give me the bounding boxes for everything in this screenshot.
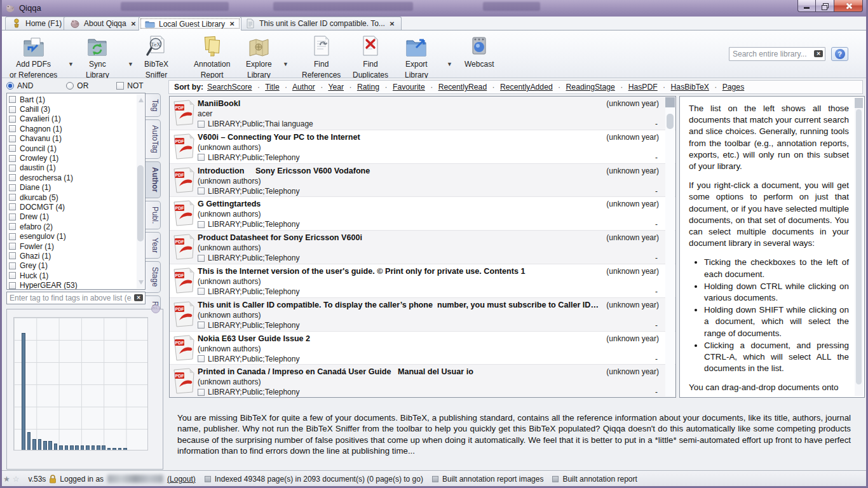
tag-list-item[interactable]: HyperGEAR (53): [9, 280, 136, 290]
document-checkbox[interactable]: [198, 389, 205, 396]
scroll-up-icon[interactable]: [855, 98, 863, 103]
add-pdfs-button[interactable]: Add PDFs or References: [6, 33, 61, 79]
sort-link[interactable]: ReadingStage: [566, 83, 615, 92]
tag-checkbox[interactable]: [9, 262, 16, 269]
add-pdfs-dropdown-icon[interactable]: ▼: [68, 61, 74, 67]
tag-list-item[interactable]: Chavanu (1): [9, 134, 136, 144]
tab-document[interactable]: This unit is Caller ID compatible. To...…: [239, 17, 402, 30]
sort-link[interactable]: RecentlyAdded: [500, 83, 553, 92]
tab-local-guest-library[interactable]: Local Guest Library ✕: [139, 17, 241, 30]
tag-list-item[interactable]: Huck (1): [9, 271, 136, 280]
restore-button[interactable]: [816, 0, 834, 12]
find-references-button[interactable]: Find References: [298, 33, 344, 79]
filter-category-tab[interactable]: Year: [146, 232, 161, 259]
help-panel-scrollbar[interactable]: [855, 98, 863, 396]
scroll-up-icon[interactable]: [139, 98, 144, 102]
document-row[interactable]: PDF This unit is Caller ID compatible. T…: [170, 298, 675, 332]
tag-checkbox[interactable]: [9, 145, 16, 152]
tag-checkbox[interactable]: [9, 243, 16, 250]
tag-checkbox[interactable]: [9, 223, 16, 230]
scrollbar-thumb[interactable]: [667, 114, 674, 129]
not-checkbox[interactable]: [116, 82, 124, 90]
star-empty-icon[interactable]: ☆: [13, 475, 20, 484]
tab-close-icon[interactable]: ✕: [229, 20, 235, 27]
tag-filter-input[interactable]: [6, 292, 146, 304]
document-row[interactable]: PDF This is the Internet version of the …: [170, 264, 675, 298]
tag-list-item[interactable]: daustin (1): [9, 163, 136, 173]
filter-category-tab[interactable]: Stage: [146, 261, 161, 292]
sort-link[interactable]: Pages: [722, 83, 745, 92]
clear-tag-filter-icon[interactable]: ✕: [134, 294, 143, 301]
document-checkbox[interactable]: [198, 221, 205, 228]
minimize-button[interactable]: [797, 0, 816, 12]
document-checkbox[interactable]: [198, 121, 205, 128]
tag-checkbox[interactable]: [9, 214, 16, 220]
tag-list-item[interactable]: Fowler (1): [9, 241, 136, 251]
sort-link[interactable]: Title: [265, 83, 280, 92]
scroll-down-icon[interactable]: [139, 280, 144, 285]
scroll-down-icon[interactable]: [855, 103, 863, 108]
tag-checkbox[interactable]: [9, 165, 16, 172]
filter-category-tab[interactable]: AutoTag: [146, 119, 161, 159]
tag-checkbox[interactable]: [9, 203, 16, 210]
logout-link[interactable]: (Logout): [167, 475, 196, 484]
tag-list-item[interactable]: Cavalieri (1): [9, 114, 136, 124]
document-row[interactable]: PDF Introduction Sony Ericsson V600 Voda…: [170, 164, 675, 198]
document-checkbox[interactable]: [198, 187, 205, 194]
document-checkbox[interactable]: [198, 322, 205, 329]
webcast-button[interactable]: Webcast: [461, 33, 498, 71]
tag-list-scrollbar[interactable]: [137, 94, 144, 288]
tag-list-item[interactable]: dkurcab (5): [9, 193, 136, 202]
tab-close-icon[interactable]: ✕: [130, 20, 137, 27]
tag-checkbox[interactable]: [9, 155, 16, 162]
scrollbar-thumb[interactable]: [856, 109, 862, 384]
filter-category-tab[interactable]: Publ.: [146, 201, 161, 229]
tag-list-item[interactable]: Crowley (1): [9, 153, 136, 163]
tag-list-item[interactable]: Cahill (3): [9, 104, 136, 114]
document-checkbox[interactable]: [198, 154, 205, 161]
chart-pin-icon[interactable]: [151, 304, 160, 313]
tag-checkbox[interactable]: [9, 194, 16, 201]
sync-library-button[interactable]: Sync Library: [82, 33, 113, 79]
tab-home[interactable]: Home (F1): [5, 17, 68, 30]
explore-library-button[interactable]: Explore Library: [242, 33, 276, 79]
document-checkbox[interactable]: [198, 355, 205, 362]
sort-link[interactable]: Rating: [357, 83, 379, 92]
tag-list-item[interactable]: Bart (1): [9, 95, 136, 104]
tag-checkbox[interactable]: [9, 233, 16, 240]
tag-checkbox[interactable]: [9, 282, 16, 289]
close-button[interactable]: [834, 0, 863, 12]
document-row[interactable]: PDF Nokia E63 User Guide Issue 2 (unknow…: [170, 332, 675, 365]
document-row[interactable]: PDF G Gettingtarteds (unknown year) (unk…: [170, 197, 675, 231]
tag-list-item[interactable]: efabro (2): [9, 222, 136, 231]
export-library-dropdown-icon[interactable]: ▼: [447, 61, 452, 67]
tag-checkbox[interactable]: [9, 96, 16, 103]
export-library-button[interactable]: Export Library: [401, 33, 432, 79]
tag-checkbox[interactable]: [9, 272, 16, 279]
document-list-scrollbar[interactable]: [665, 97, 675, 396]
tag-checkbox[interactable]: [9, 252, 16, 259]
document-row[interactable]: PDF Printed in Canada / Impreso en Canad…: [170, 365, 675, 398]
sort-link[interactable]: Author: [292, 83, 315, 92]
tag-checkbox[interactable]: [9, 125, 16, 132]
scrollbar-thumb[interactable]: [137, 165, 144, 241]
sort-link[interactable]: HasPDF: [628, 83, 658, 92]
tag-checkbox[interactable]: [9, 116, 16, 123]
clear-search-icon[interactable]: ✕: [814, 50, 823, 57]
sync-library-dropdown-icon[interactable]: ▼: [128, 61, 133, 67]
scroll-down-icon[interactable]: [665, 102, 675, 107]
tag-list-item[interactable]: Chagnon (1): [9, 124, 136, 133]
tag-list-item[interactable]: Ghazi (1): [9, 251, 136, 261]
tag-list-item[interactable]: esengulov (1): [9, 231, 136, 241]
tab-close-icon[interactable]: ✕: [389, 20, 395, 27]
bibtex-sniffer-button[interactable]: TeX BibTeX Sniffer: [140, 33, 172, 79]
document-checkbox[interactable]: [198, 255, 205, 262]
tag-list-item[interactable]: Grey (1): [9, 261, 136, 271]
document-checkbox[interactable]: [198, 288, 205, 295]
and-radio[interactable]: [6, 82, 14, 90]
tag-checkbox[interactable]: [9, 135, 16, 142]
tab-about-qiqqa[interactable]: About Qiqqa ✕: [64, 17, 143, 30]
annotation-report-button[interactable]: Annotation Report: [190, 33, 234, 79]
sort-link[interactable]: RecentlyRead: [438, 83, 487, 92]
filter-category-tab[interactable]: Tag: [146, 93, 161, 117]
